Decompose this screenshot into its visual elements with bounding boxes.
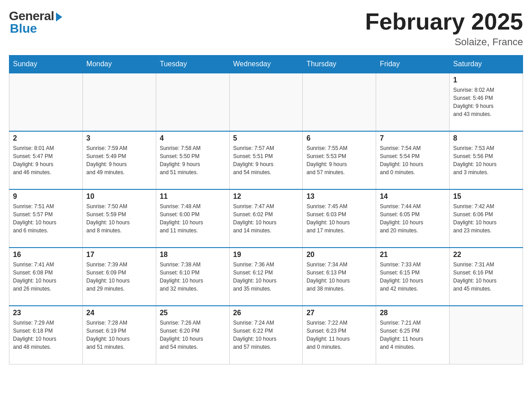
table-row: 9Sunrise: 7:51 AM Sunset: 5:57 PM Daylig… <box>9 189 83 248</box>
table-row: 28Sunrise: 7:21 AM Sunset: 6:25 PM Dayli… <box>376 306 450 364</box>
day-info: Sunrise: 7:38 AM Sunset: 6:10 PM Dayligh… <box>160 261 226 293</box>
day-number: 27 <box>306 309 372 317</box>
day-number: 21 <box>380 251 446 259</box>
table-row: 24Sunrise: 7:28 AM Sunset: 6:19 PM Dayli… <box>82 306 156 364</box>
day-info: Sunrise: 7:42 AM Sunset: 6:06 PM Dayligh… <box>453 202 519 235</box>
day-info: Sunrise: 7:41 AM Sunset: 6:08 PM Dayligh… <box>13 261 79 293</box>
day-number: 11 <box>160 193 226 201</box>
day-info: Sunrise: 7:48 AM Sunset: 6:00 PM Dayligh… <box>160 202 226 235</box>
table-row: 13Sunrise: 7:45 AM Sunset: 6:03 PM Dayli… <box>303 189 376 248</box>
day-info: Sunrise: 7:29 AM Sunset: 6:18 PM Dayligh… <box>13 319 79 351</box>
table-row: 27Sunrise: 7:22 AM Sunset: 6:23 PM Dayli… <box>303 306 376 364</box>
day-number: 25 <box>160 309 226 317</box>
day-info: Sunrise: 7:34 AM Sunset: 6:13 PM Dayligh… <box>306 261 372 293</box>
table-row: 23Sunrise: 7:29 AM Sunset: 6:18 PM Dayli… <box>9 306 83 364</box>
table-row: 4Sunrise: 7:58 AM Sunset: 5:50 PM Daylig… <box>156 131 229 189</box>
calendar-week-row: 16Sunrise: 7:41 AM Sunset: 6:08 PM Dayli… <box>9 248 523 306</box>
day-info: Sunrise: 8:01 AM Sunset: 5:47 PM Dayligh… <box>13 144 79 176</box>
day-info: Sunrise: 7:21 AM Sunset: 6:25 PM Dayligh… <box>380 319 446 351</box>
header-saturday: Saturday <box>450 56 523 73</box>
day-number: 13 <box>306 193 372 201</box>
logo-blue-text: Blue <box>10 21 37 36</box>
day-info: Sunrise: 7:36 AM Sunset: 6:12 PM Dayligh… <box>233 261 299 293</box>
day-info: Sunrise: 7:33 AM Sunset: 6:15 PM Dayligh… <box>380 261 446 293</box>
header-thursday: Thursday <box>303 56 376 73</box>
day-info: Sunrise: 7:24 AM Sunset: 6:22 PM Dayligh… <box>233 319 299 351</box>
table-row: 15Sunrise: 7:42 AM Sunset: 6:06 PM Dayli… <box>450 189 523 248</box>
table-row: 16Sunrise: 7:41 AM Sunset: 6:08 PM Dayli… <box>9 248 83 306</box>
day-number: 8 <box>453 134 519 142</box>
calendar-week-row: 9Sunrise: 7:51 AM Sunset: 5:57 PM Daylig… <box>9 189 523 248</box>
title-section: February 2025 Solaize, France <box>365 9 523 48</box>
table-row: 7Sunrise: 7:54 AM Sunset: 5:54 PM Daylig… <box>376 131 450 189</box>
table-row <box>229 73 303 131</box>
table-row: 1Sunrise: 8:02 AM Sunset: 5:46 PM Daylig… <box>450 73 523 131</box>
day-number: 4 <box>160 134 226 142</box>
logo-arrow-icon <box>56 13 62 21</box>
table-row <box>9 73 83 131</box>
day-number: 24 <box>86 309 152 317</box>
day-number: 14 <box>380 193 446 201</box>
table-row: 26Sunrise: 7:24 AM Sunset: 6:22 PM Dayli… <box>229 306 303 364</box>
table-row <box>303 73 376 131</box>
day-number: 16 <box>13 251 79 259</box>
table-row: 5Sunrise: 7:57 AM Sunset: 5:51 PM Daylig… <box>229 131 303 189</box>
day-info: Sunrise: 7:31 AM Sunset: 6:16 PM Dayligh… <box>453 261 519 293</box>
day-number: 23 <box>13 309 79 317</box>
day-number: 15 <box>453 193 519 201</box>
calendar-week-row: 23Sunrise: 7:29 AM Sunset: 6:18 PM Dayli… <box>9 306 523 364</box>
day-info: Sunrise: 7:54 AM Sunset: 5:54 PM Dayligh… <box>380 144 446 176</box>
day-number: 10 <box>86 193 152 201</box>
day-info: Sunrise: 7:50 AM Sunset: 5:59 PM Dayligh… <box>86 202 152 235</box>
header-wednesday: Wednesday <box>229 56 303 73</box>
table-row <box>376 73 450 131</box>
table-row: 17Sunrise: 7:39 AM Sunset: 6:09 PM Dayli… <box>82 248 156 306</box>
table-row: 14Sunrise: 7:44 AM Sunset: 6:05 PM Dayli… <box>376 189 450 248</box>
month-title: February 2025 <box>365 9 523 34</box>
calendar-table: Sunday Monday Tuesday Wednesday Thursday… <box>9 55 523 364</box>
day-number: 22 <box>453 251 519 259</box>
table-row <box>450 306 523 364</box>
page-header: General Blue February 2025 Solaize, Fran… <box>9 9 523 48</box>
day-info: Sunrise: 7:53 AM Sunset: 5:56 PM Dayligh… <box>453 144 519 176</box>
day-number: 20 <box>306 251 372 259</box>
day-number: 7 <box>380 134 446 142</box>
header-tuesday: Tuesday <box>156 56 229 73</box>
day-number: 3 <box>86 134 152 142</box>
day-info: Sunrise: 7:26 AM Sunset: 6:20 PM Dayligh… <box>160 319 226 351</box>
day-info: Sunrise: 7:57 AM Sunset: 5:51 PM Dayligh… <box>233 144 299 176</box>
calendar-week-row: 1Sunrise: 8:02 AM Sunset: 5:46 PM Daylig… <box>9 73 523 131</box>
day-number: 19 <box>233 251 299 259</box>
table-row: 19Sunrise: 7:36 AM Sunset: 6:12 PM Dayli… <box>229 248 303 306</box>
day-number: 5 <box>233 134 299 142</box>
table-row: 25Sunrise: 7:26 AM Sunset: 6:20 PM Dayli… <box>156 306 229 364</box>
header-monday: Monday <box>82 56 156 73</box>
header-friday: Friday <box>376 56 450 73</box>
day-number: 1 <box>453 76 519 84</box>
table-row: 10Sunrise: 7:50 AM Sunset: 5:59 PM Dayli… <box>82 189 156 248</box>
day-info: Sunrise: 7:51 AM Sunset: 5:57 PM Dayligh… <box>13 202 79 235</box>
table-row: 18Sunrise: 7:38 AM Sunset: 6:10 PM Dayli… <box>156 248 229 306</box>
calendar-header-row: Sunday Monday Tuesday Wednesday Thursday… <box>9 56 523 73</box>
day-info: Sunrise: 7:58 AM Sunset: 5:50 PM Dayligh… <box>160 144 226 176</box>
day-info: Sunrise: 7:59 AM Sunset: 5:49 PM Dayligh… <box>86 144 152 176</box>
table-row: 6Sunrise: 7:55 AM Sunset: 5:53 PM Daylig… <box>303 131 376 189</box>
table-row: 20Sunrise: 7:34 AM Sunset: 6:13 PM Dayli… <box>303 248 376 306</box>
day-number: 18 <box>160 251 226 259</box>
table-row: 21Sunrise: 7:33 AM Sunset: 6:15 PM Dayli… <box>376 248 450 306</box>
day-info: Sunrise: 8:02 AM Sunset: 5:46 PM Dayligh… <box>453 86 519 118</box>
logo: General Blue <box>9 9 62 36</box>
calendar-week-row: 2Sunrise: 8:01 AM Sunset: 5:47 PM Daylig… <box>9 131 523 189</box>
day-info: Sunrise: 7:39 AM Sunset: 6:09 PM Dayligh… <box>86 261 152 293</box>
table-row: 12Sunrise: 7:47 AM Sunset: 6:02 PM Dayli… <box>229 189 303 248</box>
table-row: 2Sunrise: 8:01 AM Sunset: 5:47 PM Daylig… <box>9 131 83 189</box>
table-row: 11Sunrise: 7:48 AM Sunset: 6:00 PM Dayli… <box>156 189 229 248</box>
header-sunday: Sunday <box>9 56 83 73</box>
day-info: Sunrise: 7:22 AM Sunset: 6:23 PM Dayligh… <box>306 319 372 351</box>
day-info: Sunrise: 7:47 AM Sunset: 6:02 PM Dayligh… <box>233 202 299 235</box>
day-info: Sunrise: 7:45 AM Sunset: 6:03 PM Dayligh… <box>306 202 372 235</box>
day-number: 6 <box>306 134 372 142</box>
day-number: 17 <box>86 251 152 259</box>
table-row: 8Sunrise: 7:53 AM Sunset: 5:56 PM Daylig… <box>450 131 523 189</box>
day-number: 28 <box>380 309 446 317</box>
